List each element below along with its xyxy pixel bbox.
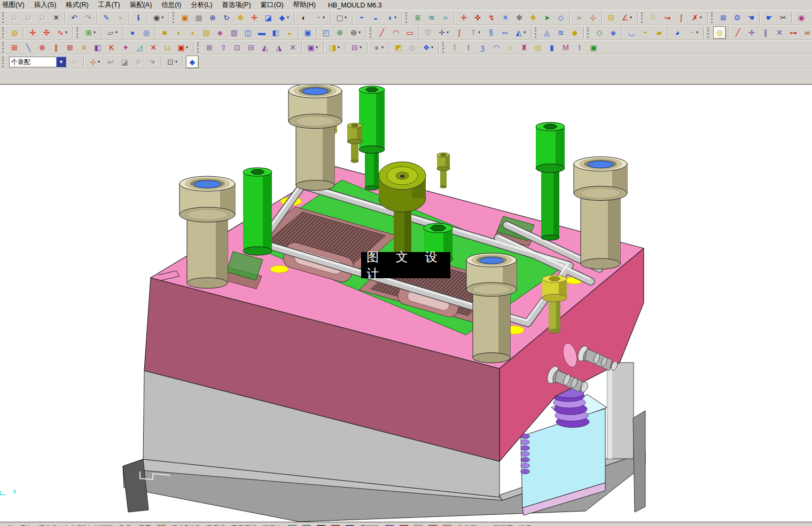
- layer-visible-in-view-icon[interactable]: ≋: [425, 11, 438, 24]
- toolbar-drag-handle[interactable]: [442, 42, 446, 53]
- datum-csys-icon[interactable]: ✻: [513, 11, 526, 24]
- flange-icon[interactable]: ◖: [186, 26, 199, 39]
- erase-filter-icon[interactable]: ◪: [118, 56, 131, 68]
- status-button[interactable]: W移动: [95, 524, 114, 526]
- pattern-face-icon[interactable]: ◰: [319, 26, 332, 39]
- perspective-icon[interactable]: ◪: [262, 11, 275, 24]
- assembly-scope-combo[interactable]: 个装配▼: [9, 57, 66, 67]
- studio-spline-icon[interactable]: ∫: [453, 26, 466, 39]
- suppress-component-icon[interactable]: ◨▾: [326, 41, 339, 54]
- delete-component-icon[interactable]: ✕: [286, 41, 299, 54]
- annotation-note-icon[interactable]: ♪: [504, 41, 517, 54]
- mirror-assembly-icon[interactable]: ◭: [259, 41, 271, 54]
- menu-tools[interactable]: 工具(T): [93, 0, 125, 10]
- toolbar-drag-handle[interactable]: [641, 12, 644, 23]
- block-icon[interactable]: ■: [158, 26, 171, 39]
- component-link-icon[interactable]: ∞: [68, 56, 81, 68]
- subtract-icon[interactable]: ⊖▾: [347, 26, 360, 39]
- layer-category-icon[interactable]: ≈: [439, 11, 452, 24]
- through-curves-icon[interactable]: ≊: [555, 26, 567, 39]
- bridge-surface-icon[interactable]: ◡: [625, 26, 638, 39]
- status-button[interactable]: 变问跳: [360, 524, 379, 526]
- paste-component-icon[interactable]: ⊟: [245, 41, 257, 54]
- status-button[interactable]: 归零: [138, 524, 151, 526]
- status-button[interactable]: 不显示线: [231, 524, 257, 526]
- vector-constructor-icon[interactable]: ➤: [541, 11, 553, 24]
- parallel-constraint-icon[interactable]: ∥: [759, 26, 772, 39]
- insert-pin-icon[interactable]: Ι: [573, 41, 586, 54]
- sketch-csys-icon[interactable]: ✛: [745, 26, 758, 39]
- drag-component-icon[interactable]: ☚: [146, 56, 159, 68]
- toolbar-drag-handle[interactable]: [2, 42, 5, 53]
- mold-3d-model[interactable]: [0, 85, 812, 522]
- find-component-icon[interactable]: ◉▾: [150, 11, 163, 24]
- assembly-scope-combo-dropdown[interactable]: ▼: [56, 57, 66, 67]
- polyline-k-icon[interactable]: K: [105, 41, 118, 54]
- menu-format[interactable]: 格式(R): [61, 0, 93, 10]
- trim-body-icon[interactable]: ◫: [241, 26, 254, 39]
- zoom-in-out-icon[interactable]: ⊕: [206, 11, 219, 24]
- bend-icon[interactable]: ◗: [172, 26, 185, 39]
- menu-window[interactable]: 窗口(O): [256, 0, 288, 10]
- section-analysis-icon[interactable]: ✗▾: [689, 11, 701, 24]
- mold-kit-icon[interactable]: ▣: [587, 41, 600, 54]
- menu-analysis[interactable]: 分析(L): [186, 0, 217, 10]
- selection-rectangle-icon[interactable]: ⊡▾: [164, 56, 177, 68]
- background-color-icon[interactable]: ▢▾: [333, 11, 346, 24]
- project-curve-icon[interactable]: ◭▾: [512, 26, 525, 39]
- section-view-icon[interactable]: ◓: [355, 11, 368, 24]
- swept-icon[interactable]: ◈: [214, 26, 227, 39]
- unloaded-component-icon[interactable]: ●▾: [370, 41, 383, 54]
- wireframe-display-icon[interactable]: ◔▾: [311, 11, 324, 24]
- new-section-icon[interactable]: ◑▾: [383, 11, 396, 24]
- assembly-constraints-icon[interactable]: ⚙: [731, 11, 744, 24]
- studio-surface-icon[interactable]: ◈: [607, 26, 620, 39]
- layer-settings-icon[interactable]: ≣: [411, 11, 424, 24]
- open-folder-icon[interactable]: ⊔: [161, 41, 174, 54]
- ejector-pin-icon[interactable]: ♜: [518, 41, 530, 54]
- sheet-body-icon[interactable]: ▤: [200, 26, 213, 39]
- exploded-view-icon[interactable]: ◎▾: [809, 11, 812, 24]
- spring-coil-icon[interactable]: ʒ: [476, 41, 489, 54]
- measure-distance-icon[interactable]: ⊟: [605, 11, 618, 24]
- status-button[interactable]: 分并面: [457, 524, 477, 526]
- selection-arrow-icon[interactable]: ➢: [573, 11, 585, 24]
- sphere-icon[interactable]: ●: [126, 26, 139, 39]
- rendering-style-icon[interactable]: ◆▾: [276, 11, 288, 24]
- edit-cube-icon[interactable]: ◧: [91, 41, 104, 54]
- parallel-lines-icon[interactable]: ∥: [50, 41, 63, 54]
- status-button[interactable]: 取整: [120, 524, 132, 526]
- wcs-orient-icon[interactable]: ✜: [471, 11, 484, 24]
- find-in-navigator-icon[interactable]: ⊹▾: [87, 56, 99, 68]
- interpart-cut-icon[interactable]: ✂: [777, 11, 790, 24]
- bolt-standard-icon[interactable]: ⊺: [448, 41, 461, 54]
- window-red-icon[interactable]: ⊞: [64, 41, 76, 54]
- transform-move-icon[interactable]: ✎: [100, 11, 113, 24]
- circle-center-icon[interactable]: ⊕: [36, 41, 49, 54]
- toolbar-drag-handle[interactable]: [2, 27, 5, 38]
- menu-view[interactable]: 视图(V): [0, 0, 29, 10]
- toolbar-drag-handle[interactable]: [2, 12, 5, 23]
- text-icon[interactable]: ⊺▾: [467, 26, 480, 39]
- back-navigate-icon[interactable]: ↩: [104, 56, 117, 68]
- n-sided-surface-icon[interactable]: ◇: [593, 26, 606, 39]
- measure-angle-icon[interactable]: ∠▾: [619, 11, 631, 24]
- bound-book-icon[interactable]: ▥: [228, 26, 240, 39]
- shaded-display-icon[interactable]: ◐: [298, 11, 310, 24]
- sketch-icon[interactable]: ⊞▾: [82, 26, 95, 39]
- viewport-3d[interactable]: 图 文 设 计 Y: [0, 85, 812, 522]
- component-color-icon[interactable]: ❖▾: [420, 41, 433, 54]
- deviation-gauge-icon[interactable]: ↝: [661, 11, 674, 24]
- datum-plane-icon[interactable]: ◇: [555, 11, 567, 24]
- copy-component-icon[interactable]: ⊡: [231, 41, 244, 54]
- unite-icon[interactable]: ⊕: [333, 26, 346, 39]
- line-icon[interactable]: ╱: [376, 26, 388, 39]
- curve-analysis-icon[interactable]: ʃ: [675, 11, 688, 24]
- resize-snapshot-icon[interactable]: ▫: [114, 11, 127, 24]
- paste-icon[interactable]: ⧉: [8, 11, 21, 24]
- swept-surface-icon[interactable]: ◆: [568, 26, 581, 39]
- edit-display-icon[interactable]: ▣▾: [175, 41, 188, 54]
- information-icon[interactable]: ℹ: [132, 11, 145, 24]
- point-constructor-icon[interactable]: ❖: [527, 11, 540, 24]
- undo-icon[interactable]: ↶: [68, 11, 81, 24]
